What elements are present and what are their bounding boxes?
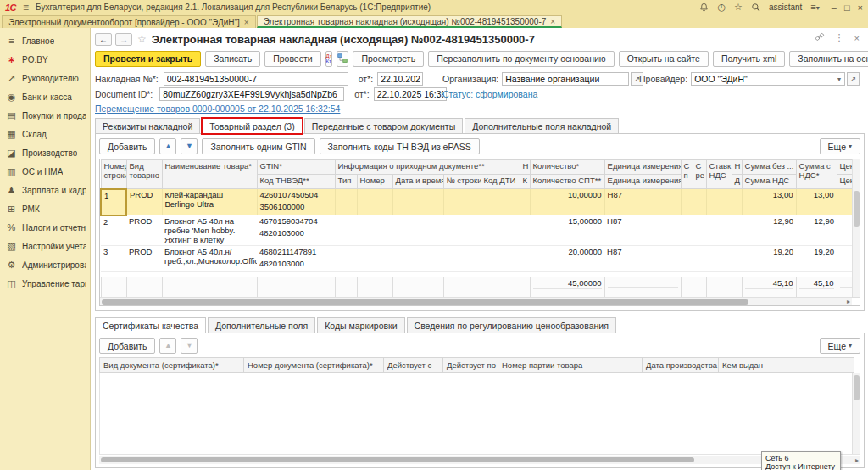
goods-more-button[interactable]: Еще▾: [820, 138, 860, 154]
tab-extra-fields[interactable]: Дополнительные поля: [208, 317, 315, 333]
certificates-more-button[interactable]: Еще▾: [820, 338, 860, 354]
col-vat-rate[interactable]: Ставк НДС: [706, 160, 732, 189]
table-row[interactable]: 2 PROD Блокнот А5 40л на гребне 'Men hob…: [101, 215, 860, 246]
col-income-datetime[interactable]: Дата и время: [392, 175, 443, 189]
goods-vertical-scrollbar[interactable]: [852, 159, 860, 297]
cell-sum-with-vat[interactable]: 19,20: [796, 246, 837, 272]
tab-marking-codes[interactable]: Коды маркировки: [317, 317, 404, 333]
goods-table[interactable]: Номер строки* Вид товарно Наименование т…: [100, 159, 860, 298]
history-icon[interactable]: ◷: [717, 3, 726, 12]
cell-sum-with-vat[interactable]: 12,90: [796, 215, 837, 246]
cell-row-number[interactable]: 1: [101, 189, 126, 215]
col-sum-vat[interactable]: Сумма НДС: [742, 175, 796, 189]
scrollbar-thumb[interactable]: [102, 299, 748, 305]
col-valid-from[interactable]: Действует с: [384, 358, 443, 373]
sidebar-item-warehouse[interactable]: ▦Склад: [0, 125, 90, 143]
col-tnved[interactable]: Код ТНВЭД**: [257, 175, 335, 189]
sidebar-item-production[interactable]: ◪Производство: [0, 143, 90, 162]
col-income-number[interactable]: Номер: [357, 175, 392, 189]
tab-invoice[interactable]: Электронная товарная накладная (исходяща…: [257, 15, 562, 28]
refill-from-base-button[interactable]: Перезаполнить по документу основанию: [428, 51, 615, 67]
move-down-button[interactable]: ▼: [181, 338, 198, 354]
cell-sum-without-vat[interactable]: 13,00: [742, 189, 796, 215]
save-button[interactable]: Записать: [205, 51, 260, 67]
tab-close-icon[interactable]: ×: [550, 17, 555, 26]
sidebar-item-accounting-settings[interactable]: ▧Настройки учета: [0, 237, 90, 255]
get-link-icon[interactable]: [815, 32, 825, 43]
sidebar-item-rmk[interactable]: ⊞РМК: [0, 199, 90, 218]
favorites-star-icon[interactable]: ☆: [734, 3, 743, 12]
col-item-kind[interactable]: Вид товарно: [126, 160, 162, 189]
base-document-link[interactable]: Перемещение товаров 0000-000005 от 22.10…: [95, 104, 340, 114]
open-on-site-button[interactable]: Открыть на сайте: [619, 51, 709, 67]
tab-quality-certificates[interactable]: Сертификаты качества: [95, 317, 206, 333]
cell-unit[interactable]: Н87: [604, 215, 681, 246]
col-production-date[interactable]: Дата производства товара: [643, 358, 719, 373]
organization-field[interactable]: [502, 72, 629, 86]
move-down-button[interactable]: ▼: [181, 138, 198, 154]
document-datetime-field[interactable]: [374, 87, 447, 101]
more-actions-icon[interactable]: ⋮: [835, 32, 844, 43]
col-unit[interactable]: Единица измерения (ОК...: [604, 160, 681, 175]
tab-invoice-details[interactable]: Реквизиты накладной: [95, 118, 200, 133]
sidebar-item-bank[interactable]: ◉Банк и касса: [0, 87, 90, 106]
tab-edo[interactable]: Электронный документооборот [провайдер -…: [2, 15, 256, 28]
search-icon[interactable]: [751, 3, 760, 12]
invoice-number-field[interactable]: [164, 72, 348, 86]
certificates-table[interactable]: Вид документа (сертификата)* Номер докум…: [99, 357, 854, 373]
cell-item-kind[interactable]: PROD: [126, 189, 162, 215]
scrollbar-thumb[interactable]: [101, 457, 694, 462]
minimize-icon[interactable]: –: [832, 3, 837, 13]
cell-quantity[interactable]: 10,00000: [530, 189, 604, 215]
col-unit-spt[interactable]: Единица измерения СПТ ...: [604, 175, 681, 189]
col-gtin[interactable]: GTIN*: [257, 160, 335, 175]
certificates-vertical-scrollbar[interactable]: [852, 373, 860, 454]
tab-transferred-documents[interactable]: Переданные с товаром документы: [304, 118, 464, 133]
scroll-right-icon[interactable]: ▸: [855, 456, 859, 464]
cell-gtin-tnved[interactable]: 46701590347044820103000: [257, 215, 335, 246]
forward-button[interactable]: →: [115, 33, 132, 46]
col-issued-by[interactable]: Кем выдан: [719, 358, 854, 373]
tab-price-regulation[interactable]: Сведения по регулированию ценообразовани…: [407, 317, 616, 333]
goods-horizontal-scrollbar[interactable]: ▸: [100, 297, 852, 305]
col-sum-without-vat[interactable]: Сумма без ...: [742, 160, 796, 175]
add-certificate-button[interactable]: Добавить: [99, 338, 155, 354]
col-income-type[interactable]: Тип: [335, 175, 357, 189]
close-form-icon[interactable]: ×: [854, 33, 860, 43]
col-batch-number[interactable]: Номер партии товара: [498, 358, 643, 373]
table-row[interactable]: 1 PROD Клей-карандаш Berlingo Ultra 4260…: [101, 189, 860, 215]
restore-icon[interactable]: □: [844, 3, 850, 13]
service-settings-menu-icon[interactable]: ≡▾: [810, 3, 819, 12]
provider-open-button[interactable]: ↗: [847, 72, 860, 86]
col-item-name[interactable]: Наименование товара*: [162, 160, 257, 189]
cell-quantity[interactable]: 15,00000: [530, 215, 604, 246]
cell-sum-with-vat[interactable]: 13,00: [796, 189, 837, 215]
scrollbar-thumb[interactable]: [854, 375, 860, 400]
main-menu-icon[interactable]: ≡: [23, 2, 29, 14]
cell-unit[interactable]: Н87: [604, 189, 681, 215]
add-row-button[interactable]: Добавить: [99, 138, 155, 154]
view-button[interactable]: Просмотреть: [353, 51, 424, 67]
scroll-right-icon[interactable]: ▸: [847, 298, 850, 306]
scrollbar-thumb[interactable]: [854, 191, 860, 227]
cell-gtin-tnved[interactable]: 46802111478914820103000: [257, 246, 335, 272]
cell-gtin-tnved[interactable]: 42601074505043506100000: [257, 189, 335, 215]
notifications-bell-icon[interactable]: [699, 3, 709, 12]
fill-gtin-button[interactable]: Заполнить одним GTIN: [202, 138, 314, 154]
cell-sum-without-vat[interactable]: 12,90: [742, 215, 796, 246]
cell-row-number[interactable]: 3: [101, 246, 126, 272]
cell-item-name[interactable]: Клей-карандаш Berlingo Ultra: [162, 189, 257, 215]
provider-dropdown-icon[interactable]: ▾: [837, 76, 842, 83]
cell-row-number[interactable]: 2: [101, 215, 126, 246]
tab-close-icon[interactable]: ×: [244, 18, 249, 27]
cell-sum-without-vat[interactable]: 19,20: [742, 246, 796, 272]
certificates-horizontal-scrollbar[interactable]: ▸: [99, 456, 860, 464]
col-cert-kind[interactable]: Вид документа (сертификата)*: [100, 358, 244, 373]
col-n2[interactable]: Н: [732, 160, 742, 175]
move-up-button[interactable]: ▲: [159, 138, 176, 154]
post-and-close-button[interactable]: Провести и закрыть: [95, 51, 201, 67]
sidebar-item-taxes[interactable]: %Налоги и отчетность: [0, 218, 90, 237]
show-postings-button[interactable]: ДтКт: [326, 51, 333, 67]
sidebar-item-administration[interactable]: ⚙Администрирование: [0, 255, 90, 274]
sidebar-item-poby[interactable]: ∗PO.BY: [0, 50, 90, 69]
